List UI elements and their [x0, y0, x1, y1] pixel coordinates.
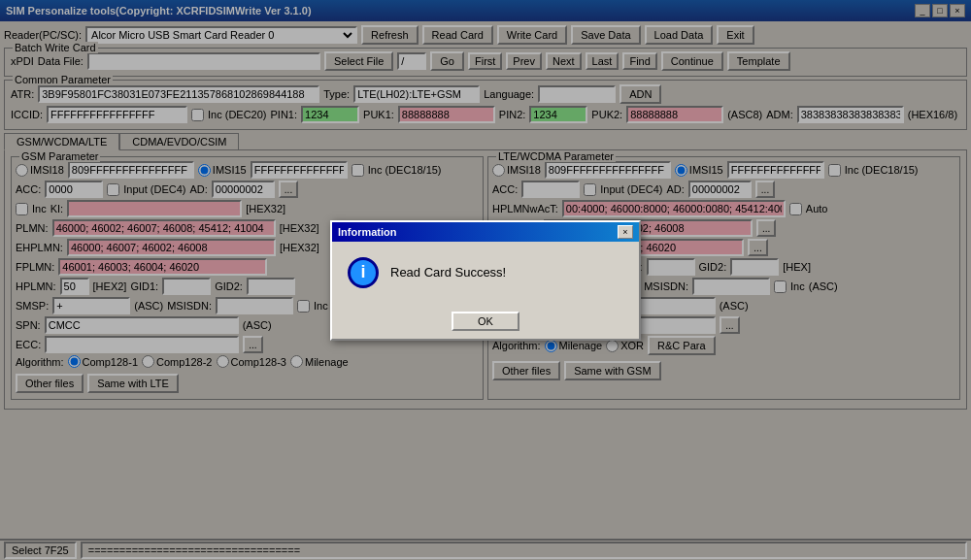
modal-close-button[interactable]: × [618, 225, 633, 239]
modal-ok-button[interactable]: OK [452, 312, 519, 331]
information-dialog: Information × i Read Card Success! OK [330, 220, 641, 341]
modal-titlebar: Information × [332, 222, 639, 242]
modal-overlay: Information × i Read Card Success! OK [0, 0, 971, 560]
info-icon: i [348, 257, 379, 288]
modal-message: Read Card Success! [390, 265, 506, 280]
modal-footer: OK [332, 304, 639, 339]
modal-body: i Read Card Success! [332, 242, 639, 304]
modal-title: Information [338, 226, 397, 238]
